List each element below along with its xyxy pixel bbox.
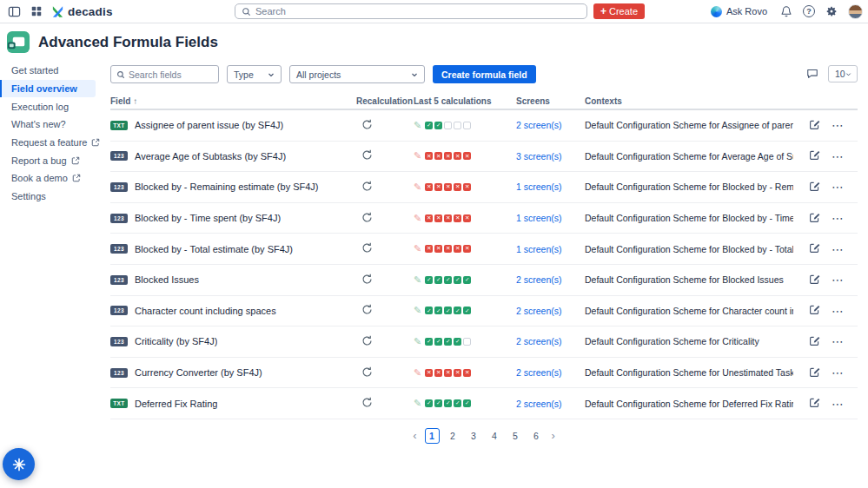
more-actions-icon[interactable]: ⋯ bbox=[832, 334, 845, 348]
page-title: Advanced Formula Fields bbox=[38, 34, 218, 51]
recalculate-icon[interactable] bbox=[361, 212, 373, 223]
edit-icon[interactable] bbox=[809, 119, 820, 130]
user-avatar[interactable] bbox=[848, 4, 863, 19]
screens-link[interactable]: 2 screen(s) bbox=[516, 306, 562, 316]
settings-gear-icon[interactable] bbox=[824, 3, 839, 19]
calc-status-success-icon: ✓ bbox=[444, 276, 452, 284]
page-button-1[interactable]: 1 bbox=[425, 428, 440, 444]
last-calculations-cell: ✎✕✕✕✕✕ bbox=[414, 368, 516, 378]
recalculate-icon[interactable] bbox=[361, 119, 373, 130]
previous-page-icon[interactable]: ‹ bbox=[411, 429, 418, 442]
more-actions-icon[interactable]: ⋯ bbox=[832, 149, 845, 163]
page-button-5[interactable]: 5 bbox=[508, 428, 523, 444]
field-name[interactable]: Blocked by - Total estimate (by SF4J) bbox=[135, 244, 293, 254]
page-button-4[interactable]: 4 bbox=[487, 428, 502, 444]
recalculation-cell bbox=[356, 242, 414, 255]
decadis-logo-icon bbox=[51, 5, 64, 18]
recalculate-icon[interactable] bbox=[361, 149, 373, 161]
sidebar-item-request-a-feature[interactable]: Request a feature bbox=[0, 134, 96, 152]
recalculate-icon[interactable] bbox=[361, 181, 373, 192]
pagination: ‹ 123456 › bbox=[110, 428, 858, 444]
main-content: Type All projects Create formula field 1… bbox=[110, 62, 858, 444]
more-actions-icon[interactable]: ⋯ bbox=[832, 273, 845, 287]
edit-icon[interactable] bbox=[809, 397, 820, 408]
next-page-icon[interactable]: › bbox=[550, 429, 557, 442]
create-button[interactable]: + Create bbox=[593, 3, 645, 19]
field-cell: 123Average Age of Subtasks (by SF4J) bbox=[110, 151, 356, 162]
more-actions-icon[interactable]: ⋯ bbox=[832, 366, 845, 379]
screens-link[interactable]: 1 screen(s) bbox=[516, 244, 562, 254]
help-icon[interactable]: ? bbox=[803, 5, 815, 17]
screens-link[interactable]: 1 screen(s) bbox=[516, 181, 562, 192]
calc-status-success-icon: ✓ bbox=[463, 276, 471, 284]
table-row: 123Criticality (by SF4J)✎✓✓✓✓2 screen(s)… bbox=[110, 326, 858, 358]
feedback-icon[interactable] bbox=[806, 68, 818, 80]
type-filter-select[interactable]: Type bbox=[227, 65, 282, 83]
screens-link[interactable]: 2 screen(s) bbox=[516, 367, 562, 378]
more-actions-icon[interactable]: ⋯ bbox=[832, 242, 845, 256]
projects-filter-select[interactable]: All projects bbox=[289, 65, 425, 83]
field-name[interactable]: Blocked by - Time spent (by SF4J) bbox=[135, 213, 281, 223]
field-name[interactable]: Blocked by - Remaining estimate (by SF4J… bbox=[135, 181, 319, 192]
sidebar-item-settings[interactable]: Settings bbox=[0, 188, 96, 206]
screens-link[interactable]: 2 screen(s) bbox=[516, 336, 562, 346]
recalculate-icon[interactable] bbox=[361, 397, 373, 408]
screens-link[interactable]: 2 screen(s) bbox=[516, 120, 562, 130]
edit-icon[interactable] bbox=[809, 335, 820, 346]
field-name[interactable]: Assignee of parent issue (by SF4J) bbox=[135, 120, 283, 130]
screens-link[interactable]: 2 screen(s) bbox=[516, 274, 562, 285]
edit-icon[interactable] bbox=[809, 242, 820, 254]
field-name[interactable]: Criticality (by SF4J) bbox=[135, 336, 217, 346]
recalculate-icon[interactable] bbox=[361, 242, 373, 254]
column-header-field[interactable]: Field ↑ bbox=[110, 96, 356, 106]
page-button-6[interactable]: 6 bbox=[529, 428, 544, 444]
recalculate-icon[interactable] bbox=[361, 366, 373, 378]
field-search[interactable] bbox=[110, 65, 219, 83]
recalculate-icon[interactable] bbox=[361, 274, 373, 285]
create-formula-field-button[interactable]: Create formula field bbox=[433, 65, 536, 83]
field-name[interactable]: Average Age of Subtasks (by SF4J) bbox=[135, 151, 286, 162]
more-actions-icon[interactable]: ⋯ bbox=[832, 118, 845, 132]
field-name[interactable]: Currency Converter (by SF4J) bbox=[135, 367, 262, 378]
sidebar-item-execution-log[interactable]: Execution log bbox=[0, 97, 96, 115]
sidebar-toggle-icon[interactable] bbox=[6, 3, 22, 19]
recalculation-cell bbox=[356, 181, 414, 194]
onboarding-widget-button[interactable] bbox=[3, 448, 35, 480]
page-size-select[interactable]: 10 bbox=[828, 65, 858, 82]
screens-link[interactable]: 1 screen(s) bbox=[516, 213, 562, 223]
calc-status-error-icon: ✕ bbox=[444, 183, 452, 191]
edit-icon[interactable] bbox=[809, 274, 820, 285]
edit-icon[interactable] bbox=[809, 212, 820, 223]
page-button-3[interactable]: 3 bbox=[467, 428, 481, 444]
edit-icon[interactable] bbox=[809, 181, 820, 192]
sidebar-item-report-a-bug[interactable]: Report a bug bbox=[0, 151, 96, 169]
ask-rovo-button[interactable]: Ask Rovo bbox=[708, 4, 770, 19]
edit-icon[interactable] bbox=[809, 149, 820, 161]
global-search[interactable] bbox=[235, 3, 587, 19]
global-search-input[interactable] bbox=[255, 6, 580, 16]
calc-status-error-icon: ✕ bbox=[434, 245, 442, 253]
decadis-logo[interactable]: decadis bbox=[51, 5, 113, 18]
more-actions-icon[interactable]: ⋯ bbox=[832, 304, 845, 318]
table-row: 123Blocked by - Time spent (by SF4J)✎✕✕✕… bbox=[110, 203, 858, 234]
sidebar-item-get-started[interactable]: Get started bbox=[0, 62, 96, 80]
field-search-input[interactable] bbox=[129, 69, 213, 80]
app-switcher-icon[interactable] bbox=[29, 3, 44, 19]
field-name[interactable]: Character count including spaces bbox=[135, 306, 276, 316]
screens-link[interactable]: 3 screen(s) bbox=[516, 151, 562, 162]
screens-link[interactable]: 2 screen(s) bbox=[516, 399, 562, 409]
edit-icon[interactable] bbox=[809, 366, 820, 378]
sidebar-item-what-s-new-[interactable]: What's new? bbox=[0, 115, 96, 134]
page-button-2[interactable]: 2 bbox=[446, 428, 461, 444]
recalculate-icon[interactable] bbox=[361, 304, 373, 315]
more-actions-icon[interactable]: ⋯ bbox=[832, 211, 845, 225]
notifications-bell-icon[interactable] bbox=[779, 3, 794, 19]
recalculate-icon[interactable] bbox=[361, 335, 373, 346]
more-actions-icon[interactable]: ⋯ bbox=[832, 180, 845, 194]
sidebar-item-field-overview[interactable]: Field overview bbox=[0, 80, 96, 98]
field-name[interactable]: Blocked Issues bbox=[135, 274, 199, 285]
more-actions-icon[interactable]: ⋯ bbox=[832, 397, 845, 411]
field-name[interactable]: Deferred Fix Rating bbox=[135, 399, 217, 409]
sidebar-item-book-a-demo[interactable]: Book a demo bbox=[0, 169, 96, 188]
edit-icon[interactable] bbox=[809, 304, 820, 315]
